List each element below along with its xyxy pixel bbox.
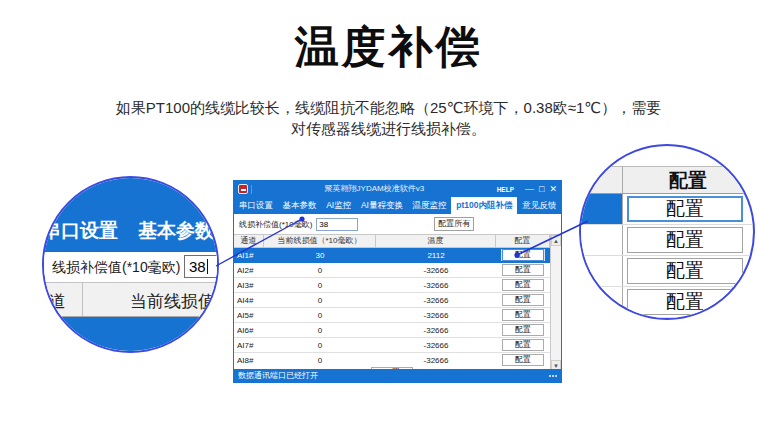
table-cell-config: 配置	[496, 324, 550, 336]
table-cell-config: 配置	[496, 354, 550, 366]
magnified-config-row: 配置	[581, 287, 753, 318]
magnified-tab-band: 串口设置 基本参数	[44, 178, 217, 252]
tab-串口设置[interactable]: 串口设置	[234, 197, 278, 214]
table-row[interactable]: AI7#0-32666配置	[234, 338, 550, 353]
table-cell: -32666	[376, 326, 496, 335]
magnified-row-left-cell	[581, 225, 622, 255]
table-cell: 0	[264, 356, 376, 365]
table-row[interactable]: AI5#0-32666配置	[234, 308, 550, 323]
table-cell: 30	[264, 251, 376, 260]
magnified-selected-row	[44, 317, 217, 351]
table-header-row: 通道 当前线损值（*10毫欧） 温度 配置	[234, 235, 561, 248]
tab-意见反馈[interactable]: 意见反馈	[517, 197, 561, 214]
table-row[interactable]: AI3#0-32666配置	[234, 278, 550, 293]
magnified-config-header-label: 配置	[623, 167, 753, 194]
config-button[interactable]: 配置	[502, 294, 544, 306]
table-cell: AI4#	[234, 296, 264, 305]
help-menu[interactable]: HELP	[497, 186, 514, 193]
table-cell: -32666	[376, 281, 496, 290]
tab-基本参数[interactable]: 基本参数	[278, 197, 322, 214]
table-cell: 0	[264, 326, 376, 335]
tab-AI监控[interactable]: AI监控	[321, 197, 356, 214]
magnified-config-header: 配置	[581, 166, 753, 194]
window-toolbar: 线损补偿值(*10毫欧) 配置所有	[234, 214, 561, 234]
magnified-config-row: 配置	[581, 194, 753, 225]
magnified-row-left-cell	[581, 287, 622, 317]
config-button[interactable]: 配置	[502, 324, 544, 336]
header-temperature: 温度	[376, 235, 496, 247]
config-button[interactable]: 配置	[502, 354, 544, 366]
magnified-tab-serial[interactable]: 串口设置	[42, 218, 118, 244]
magnified-input-row: 线损补偿值(*10毫欧) 38	[44, 252, 217, 282]
magnified-config-row: 配置	[581, 256, 753, 287]
maximize-button[interactable]: □	[539, 181, 544, 197]
magnified-line-loss-input[interactable]: 38	[184, 255, 219, 278]
table-cell: -32666	[376, 356, 496, 365]
scroll-up-icon[interactable]: ▲	[551, 235, 561, 246]
table-cell: 0	[264, 281, 376, 290]
status-bar: 数据通讯端口已经打开	[234, 369, 561, 382]
config-button[interactable]: 配置	[502, 309, 544, 321]
tab-温度监控[interactable]: 温度监控	[408, 197, 452, 214]
table-row[interactable]: AI6#0-32666配置	[234, 323, 550, 338]
magnified-config-button[interactable]: 配置	[627, 258, 743, 284]
magnified-config-button[interactable]: 配置	[627, 227, 743, 253]
window-titlebar: 聚英翱翔JYDAM校准软件v3 HELP — □ ✕	[234, 181, 561, 197]
right-magnifier-circle: 配置 配置配置配置配置	[579, 144, 755, 320]
table-cell: -32666	[376, 341, 496, 350]
minimize-button[interactable]: —	[525, 181, 534, 197]
table-cell: -32666	[376, 266, 496, 275]
table-row[interactable]: AI2#0-32666配置	[234, 263, 550, 278]
table-cell-config: 配置	[496, 339, 550, 351]
table-cell: 0	[264, 311, 376, 320]
config-button[interactable]: 配置	[502, 339, 544, 351]
magnified-config-rows: 配置配置配置配置	[581, 194, 753, 318]
tab-pt100内阻补偿[interactable]: pt100内阻补偿	[451, 197, 517, 214]
table-cell: AI6#	[234, 326, 264, 335]
magnified-config-row: 配置	[581, 225, 753, 256]
app-window: 聚英翱翔JYDAM校准软件v3 HELP — □ ✕ 串口设置基本参数AI监控A…	[233, 180, 562, 383]
magnified-row-left-cell	[581, 256, 622, 286]
table-cell-config: 配置	[496, 249, 550, 261]
config-button[interactable]: 配置	[502, 249, 544, 261]
table-cell: -32666	[376, 311, 496, 320]
config-button[interactable]: 配置	[502, 264, 544, 276]
magnified-input-label: 线损补偿值(*10毫欧)	[52, 259, 180, 277]
line-loss-input[interactable]	[316, 218, 358, 231]
column-divider	[82, 283, 83, 316]
table-cell-config: 配置	[496, 309, 550, 321]
page-description-line2: 对传感器线缆进行线损补偿。	[0, 118, 777, 139]
table-cell: 0	[264, 266, 376, 275]
magnified-tabs: 串口设置 基本参数	[42, 218, 214, 244]
magnified-header-channel: 通道	[42, 290, 66, 313]
magnified-config-button[interactable]: 配置	[627, 196, 743, 222]
table-cell: 2112	[376, 251, 496, 260]
page-title: 温度补偿	[0, 18, 777, 77]
resize-grip-icon	[549, 369, 557, 382]
page: 温度补偿 如果PT100的线缆比较长，线缆阻抗不能忽略（25℃环境下，0.38欧…	[0, 0, 777, 426]
table-cell: AI1#	[234, 251, 264, 260]
table-cell: AI3#	[234, 281, 264, 290]
table-row[interactable]: AI4#0-32666配置	[234, 293, 550, 308]
left-magnifier-circle: 串口设置 基本参数 线损补偿值(*10毫欧) 38 通道 当前线损值	[42, 176, 219, 353]
table-row[interactable]: AI1#302112配置	[234, 248, 550, 263]
table-cell: AI5#	[234, 311, 264, 320]
header-config: 配置	[496, 235, 550, 247]
table-cell: -32666	[376, 296, 496, 305]
close-button[interactable]: ✕	[549, 181, 557, 197]
table-cell-config: 配置	[496, 294, 550, 306]
magnified-row-left-cell	[581, 194, 622, 224]
table-cell: AI8#	[234, 356, 264, 365]
channels-table: 通道 当前线损值（*10毫欧） 温度 配置 AI1#302112配置AI2#0-…	[234, 234, 561, 371]
configure-all-button[interactable]: 配置所有	[434, 217, 474, 231]
magnified-config-button[interactable]: 配置	[627, 289, 743, 315]
table-body: AI1#302112配置AI2#0-32666配置AI3#0-32666配置AI…	[234, 248, 550, 367]
table-scrollbar[interactable]: ▲ ▼	[550, 235, 561, 371]
tab-AI量程变换[interactable]: AI量程变换	[356, 197, 408, 214]
window-tabs: 串口设置基本参数AI监控AI量程变换温度监控pt100内阻补偿意见反馈	[234, 197, 561, 214]
config-button[interactable]: 配置	[502, 279, 544, 291]
table-cell: AI2#	[234, 266, 264, 275]
magnified-tab-basic[interactable]: 基本参数	[138, 218, 214, 244]
table-row[interactable]: AI8#0-32666配置	[234, 353, 550, 367]
page-description-line1: 如果PT100的线缆比较长，线缆阻抗不能忽略（25℃环境下，0.38欧≈1℃），…	[0, 97, 777, 118]
